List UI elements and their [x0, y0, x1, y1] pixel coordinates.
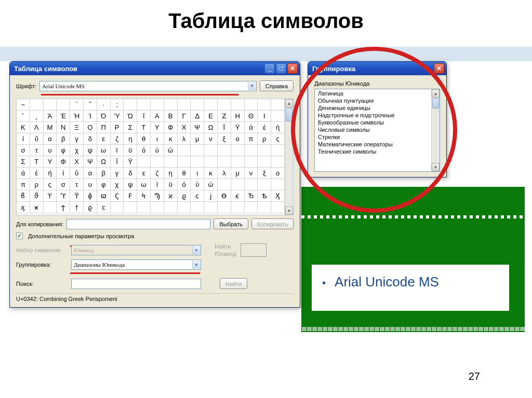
char-cell[interactable]: † — [70, 202, 84, 213]
char-cell[interactable]: μ — [191, 133, 204, 145]
char-cell[interactable]: ϴ — [218, 190, 231, 202]
char-cell[interactable]: Φ — [164, 122, 178, 133]
char-cell[interactable]: Ύ — [111, 111, 124, 122]
char-cell[interactable] — [124, 99, 137, 111]
char-cell[interactable]: ό — [137, 145, 151, 156]
char-cell[interactable]: ϱ — [178, 190, 191, 202]
char-cell[interactable]: ί — [17, 133, 30, 145]
char-cell[interactable]: Ά — [44, 111, 57, 122]
char-cell[interactable]: ϋ — [164, 179, 178, 190]
char-cell[interactable] — [245, 156, 258, 168]
character-grid[interactable]: ~΄΅·;ʹ͵ΆΈΉΊΌΎΏΐΑΒΓΔΕΖΗΘΙΚΛΜΝΞΟΠΡΣΤΥΦΧΨΩΪ… — [17, 99, 285, 213]
char-cell[interactable] — [231, 202, 245, 213]
char-cell[interactable]: ; — [111, 99, 124, 111]
char-cell[interactable] — [151, 99, 164, 111]
char-cell[interactable]: Λ — [30, 122, 44, 133]
char-cell[interactable]: Γ — [178, 111, 191, 122]
char-cell[interactable]: θ — [137, 133, 151, 145]
char-cell[interactable] — [191, 202, 204, 213]
char-cell[interactable]: σ — [17, 145, 30, 156]
char-cell[interactable] — [218, 156, 231, 168]
char-cell[interactable]: Ϊ — [218, 122, 231, 133]
char-cell[interactable]: ρ — [258, 133, 271, 145]
group-combo[interactable]: Диапазоны Юникода ▼ — [71, 259, 201, 270]
char-cell[interactable]: ν — [245, 168, 258, 179]
advanced-checkbox[interactable]: ✓ — [16, 232, 23, 239]
char-cell[interactable]: ϊ — [111, 145, 124, 156]
char-cell[interactable]: Β — [164, 111, 178, 122]
grouping-listbox[interactable]: ЛатиницаОбычная пунктуацияДенежные едини… — [314, 89, 440, 172]
char-cell[interactable]: ή — [44, 168, 57, 179]
char-cell[interactable]: ψ — [84, 145, 97, 156]
char-cell[interactable]: τ — [30, 145, 44, 156]
char-cell[interactable]: Υ — [44, 156, 57, 168]
char-cell[interactable]: χ — [70, 145, 84, 156]
char-cell[interactable]: Ν — [57, 122, 70, 133]
scroll-thumb[interactable] — [432, 98, 439, 108]
char-cell[interactable]: Ώ — [124, 111, 137, 122]
char-cell[interactable] — [231, 156, 245, 168]
char-cell[interactable]: Σ — [17, 156, 30, 168]
char-cell[interactable] — [30, 99, 44, 111]
char-cell[interactable] — [44, 202, 57, 213]
char-cell[interactable]: ΰ — [30, 133, 44, 145]
char-cell[interactable]: α — [44, 133, 57, 145]
char-cell[interactable]: ζ — [111, 133, 124, 145]
char-cell[interactable]: ο — [231, 133, 245, 145]
char-cell[interactable]: ϯ — [57, 202, 70, 213]
char-cell[interactable]: έ — [30, 168, 44, 179]
char-cell[interactable]: Ο — [84, 122, 97, 133]
char-cell[interactable] — [258, 156, 271, 168]
char-cell[interactable]: Ζ — [218, 111, 231, 122]
char-cell[interactable] — [178, 202, 191, 213]
char-cell[interactable]: Α — [151, 111, 164, 122]
char-cell[interactable]: Ί — [84, 111, 97, 122]
char-cell[interactable]: Ό — [97, 111, 111, 122]
char-cell[interactable]: ϲ — [191, 190, 204, 202]
char-cell[interactable]: Ђ — [245, 190, 258, 202]
char-cell[interactable] — [231, 145, 245, 156]
grouping-list-item[interactable]: Числовые символы — [316, 126, 431, 133]
font-combo[interactable]: Arial Unicode MS ▼ — [39, 81, 257, 91]
char-cell[interactable] — [245, 179, 258, 190]
char-cell[interactable]: χ — [111, 179, 124, 190]
char-cell[interactable]: κ — [164, 133, 178, 145]
char-cell[interactable]: ӽ — [17, 202, 30, 213]
char-cell[interactable]: Η — [231, 111, 245, 122]
char-cell[interactable] — [178, 145, 191, 156]
char-cell[interactable] — [164, 202, 178, 213]
char-cell[interactable] — [204, 156, 218, 168]
char-cell[interactable]: υ — [44, 145, 57, 156]
char-cell[interactable]: ό — [178, 179, 191, 190]
char-cell[interactable]: γ — [70, 133, 84, 145]
char-cell[interactable]: β — [97, 168, 111, 179]
char-cell[interactable] — [245, 99, 258, 111]
char-cell[interactable] — [258, 179, 271, 190]
char-cell[interactable]: ϱ — [84, 202, 97, 213]
close-button[interactable]: ✕ — [434, 63, 444, 74]
char-cell[interactable]: γ — [111, 168, 124, 179]
char-cell[interactable] — [57, 99, 70, 111]
char-cell[interactable]: ω — [137, 179, 151, 190]
char-cell[interactable]: λ — [178, 133, 191, 145]
char-cell[interactable] — [151, 202, 164, 213]
char-cell[interactable]: φ — [57, 145, 70, 156]
char-cell[interactable]: ρ — [30, 179, 44, 190]
char-cell[interactable]: ϵ — [231, 190, 245, 202]
char-cell[interactable]: α — [84, 168, 97, 179]
help-button[interactable]: Справка — [260, 80, 294, 91]
char-cell[interactable]: Ω — [204, 122, 218, 133]
char-cell[interactable]: ύ — [151, 145, 164, 156]
char-cell[interactable]: δ — [84, 133, 97, 145]
charmap-titlebar[interactable]: Таблица символов _ □ ✕ — [10, 62, 300, 75]
char-cell[interactable]: ψ — [124, 179, 137, 190]
char-cell[interactable]: ν — [204, 133, 218, 145]
char-cell[interactable]: ϋ — [124, 145, 137, 156]
char-cell[interactable] — [218, 145, 231, 156]
char-cell[interactable] — [137, 202, 151, 213]
char-cell[interactable]: ι — [191, 168, 204, 179]
char-cell[interactable]: ς — [44, 179, 57, 190]
char-cell[interactable]: ϖ — [97, 190, 111, 202]
char-cell[interactable]: ΐ — [137, 111, 151, 122]
char-cell[interactable] — [218, 179, 231, 190]
